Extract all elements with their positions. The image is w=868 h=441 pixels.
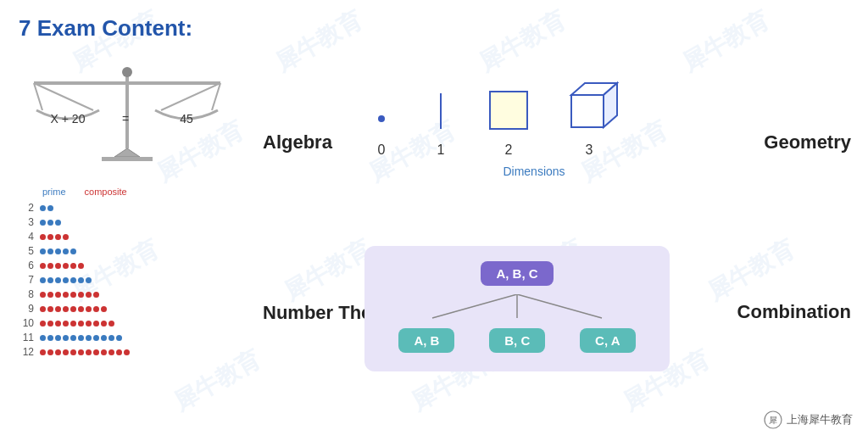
dot (63, 248, 69, 254)
dot (63, 306, 69, 312)
nt-row: 11 (8, 332, 246, 343)
nt-dots-group (39, 262, 85, 270)
dot (93, 321, 99, 327)
dot (63, 277, 69, 283)
nt-row-label: 7 (8, 274, 34, 286)
dot (63, 335, 69, 341)
svg-point-3 (122, 67, 132, 77)
geometry-label: Geometry (764, 131, 851, 154)
nt-row-label: 6 (8, 260, 34, 271)
prime-legend-label: prime (42, 187, 66, 197)
nt-dots-group (39, 248, 77, 255)
combination-label: Combination (737, 301, 851, 323)
nt-dots-group (39, 233, 70, 241)
brand-label: 上海犀牛教育 (787, 412, 853, 427)
nt-row-label: 12 (8, 346, 34, 358)
nt-row: 2 (8, 202, 246, 214)
dot (78, 263, 84, 269)
dot (101, 321, 107, 327)
nt-dots-group (39, 291, 100, 299)
dim-1-label: 1 (437, 142, 445, 158)
dot (116, 349, 122, 355)
dot (70, 292, 76, 298)
dot (40, 234, 46, 240)
dim-2-label: 2 (505, 142, 513, 158)
nt-dots-group (39, 334, 123, 342)
nt-row-label: 2 (8, 202, 34, 214)
dot (78, 306, 84, 312)
dot (70, 248, 76, 254)
dot (55, 248, 61, 254)
dot (47, 220, 53, 226)
svg-line-20 (517, 294, 602, 318)
dot (86, 349, 92, 355)
dot (40, 335, 46, 341)
dot (40, 277, 46, 283)
page-title: 7 Exam Content: (19, 15, 192, 42)
dot (47, 349, 53, 355)
dot (47, 292, 53, 298)
combo-child-bc: B, C (489, 328, 545, 353)
algebra-label: Algebra (263, 131, 332, 154)
dot (70, 306, 76, 312)
nt-row-label: 9 (8, 303, 34, 315)
svg-text:X + 20: X + 20 (51, 112, 86, 126)
dot (40, 220, 46, 226)
dim-1: 1 (424, 85, 458, 158)
nt-row: 4 (8, 231, 246, 243)
square-svg (483, 85, 534, 136)
nt-row: 12 (8, 346, 246, 358)
nt-dots: 23456789101112 (8, 202, 246, 358)
dot (40, 306, 46, 312)
dot (63, 263, 69, 269)
composite-legend-label: composite (85, 187, 127, 197)
nt-dots-group (39, 349, 131, 356)
dot (63, 234, 69, 240)
nt-row-label: 10 (8, 317, 34, 329)
nt-row: 6 (8, 260, 246, 271)
nt-row-label: 11 (8, 332, 34, 343)
nt-dots-group (39, 219, 62, 226)
dot (63, 349, 69, 355)
dim-3: 3 (559, 76, 619, 158)
dot (70, 335, 76, 341)
dot (86, 306, 92, 312)
dimensions-diagram: 0 1 2 3 Dimen (364, 76, 704, 178)
dot (47, 205, 53, 211)
combo-bg: A, B, C A, B B, C C, A (364, 246, 670, 371)
nt-row: 7 (8, 274, 246, 286)
combination-diagram: A, B, C A, B B, C C, A (364, 246, 670, 371)
nt-row: 3 (8, 216, 246, 228)
svg-text:=: = (122, 112, 129, 126)
dot (78, 349, 84, 355)
nt-row-label: 8 (8, 288, 34, 300)
geo-shapes-row: 0 1 2 3 (364, 76, 704, 158)
point-svg (364, 85, 398, 136)
svg-text:犀: 犀 (769, 416, 777, 425)
svg-line-7 (161, 83, 220, 110)
dot (40, 248, 46, 254)
combo-bottom-row: A, B B, C C, A (381, 328, 653, 353)
dot (108, 321, 114, 327)
svg-line-18 (432, 294, 517, 318)
scale-svg: X + 20 = 45 (13, 25, 242, 161)
dot (47, 335, 53, 341)
dot (55, 234, 61, 240)
dot (101, 335, 107, 341)
dot (70, 321, 76, 327)
dot (101, 306, 107, 312)
svg-point-12 (378, 115, 385, 122)
nt-dots-group (39, 204, 54, 212)
combo-child-ca: C, A (580, 328, 635, 353)
nt-row: 8 (8, 288, 246, 300)
nt-row-label: 4 (8, 231, 34, 243)
dot (116, 335, 122, 341)
brand-icon: 犀 (764, 410, 782, 429)
dot (124, 349, 130, 355)
svg-rect-14 (490, 92, 527, 129)
svg-line-6 (34, 83, 93, 110)
dot (86, 277, 92, 283)
number-theory-diagram: prime composite 23456789101112 (8, 187, 246, 360)
dot (70, 277, 76, 283)
dot (63, 292, 69, 298)
